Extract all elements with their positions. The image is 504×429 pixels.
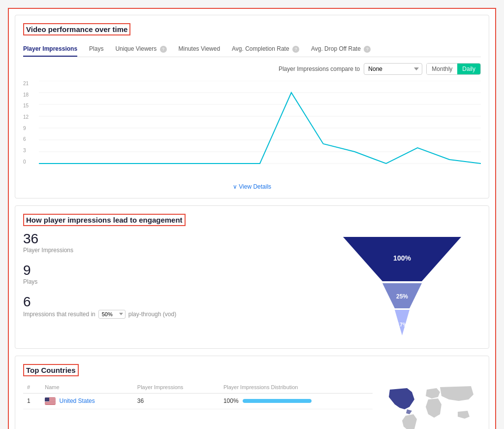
tabs-row: Player Impressions Plays Unique Viewers … xyxy=(23,41,481,57)
stat-impressions-number: 36 xyxy=(23,232,314,246)
countries-table-wrap: # Name Player Impressions Player Impress… xyxy=(23,382,373,429)
col-distribution: Player Impressions Distribution xyxy=(220,382,373,394)
table-header-row: # Name Player Impressions Player Impress… xyxy=(23,382,373,394)
countries-layout: # Name Player Impressions Player Impress… xyxy=(23,382,481,429)
time-toggle: Monthly Daily xyxy=(426,63,481,75)
compare-label: Player Impressions compare to xyxy=(279,66,360,72)
us-flag-icon xyxy=(45,397,56,405)
country-name-cell: United States xyxy=(41,393,133,409)
tab-avg-completion[interactable]: Avg. Completion Rate ? xyxy=(232,41,299,57)
world-map-svg xyxy=(385,382,478,429)
stat-player-impressions: 36 Player Impressions xyxy=(23,232,314,254)
distribution-pct: 100% xyxy=(223,397,239,404)
stat-impressions-resulted: 6 Impressions that resulted in 50% 25% 7… xyxy=(23,295,314,319)
playthrough-select[interactable]: 50% 25% 75% 100% xyxy=(98,310,126,319)
engagement-card: How player impressions lead to engagemen… xyxy=(15,205,489,349)
tab-avg-dropoff[interactable]: Avg. Drop Off Rate ? xyxy=(311,41,371,57)
svg-text:17%: 17% xyxy=(397,322,408,328)
compare-select[interactable]: None Previous Period xyxy=(364,63,422,75)
distribution-bar-fill xyxy=(243,399,312,403)
line-chart-svg: 04/11/2022 04/13/2022 04/15/2022 04/17/2… xyxy=(39,81,481,165)
tab-minutes-viewed[interactable]: Minutes Viewed xyxy=(179,41,220,56)
stat-plays-number: 9 xyxy=(23,264,314,277)
view-details-link[interactable]: View Details xyxy=(23,183,481,190)
video-performance-card: Video performance over time Player Impre… xyxy=(15,15,489,198)
stat-resulted-number: 6 xyxy=(23,295,314,309)
engagement-stats: 36 Player Impressions 9 Plays 6 Impressi… xyxy=(23,232,314,340)
country-impressions: 36 xyxy=(133,393,220,409)
funnel-container: 100% 25% 17% xyxy=(323,232,481,340)
col-rank: # xyxy=(23,382,41,394)
line-chart-area: 0 3 6 9 12 15 18 21 xyxy=(23,81,481,179)
top-countries-card: Top Countries # Name Player Impressions … xyxy=(15,356,489,429)
svg-text:100%: 100% xyxy=(393,254,411,262)
top-countries-title: Top Countries xyxy=(23,364,79,376)
world-map xyxy=(382,382,481,429)
impressions-row: Impressions that resulted in 50% 25% 75%… xyxy=(23,310,314,319)
country-rank: 1 xyxy=(23,393,41,409)
stat-plays-label: Plays xyxy=(23,278,314,285)
tab-plays[interactable]: Plays xyxy=(89,41,103,56)
monthly-button[interactable]: Monthly xyxy=(427,64,457,74)
tab-unique-viewers[interactable]: Unique Viewers ? xyxy=(115,41,166,57)
col-name: Name xyxy=(41,382,133,394)
countries-table: # Name Player Impressions Player Impress… xyxy=(23,382,373,409)
unique-viewers-info-icon: ? xyxy=(160,46,167,53)
page-container: Video performance over time Player Impre… xyxy=(8,8,496,429)
country-name[interactable]: United States xyxy=(60,397,95,404)
svg-rect-36 xyxy=(45,397,49,401)
avg-dropoff-info-icon: ? xyxy=(364,46,371,53)
table-row: 1 xyxy=(23,393,373,409)
distribution-bar xyxy=(243,399,312,403)
stat-impressions-label: Player Impressions xyxy=(23,247,314,254)
stat-plays: 9 Plays xyxy=(23,264,314,285)
country-distribution: 100% xyxy=(220,393,373,409)
avg-completion-info-icon: ? xyxy=(292,46,299,53)
tab-player-impressions[interactable]: Player Impressions xyxy=(23,41,77,56)
svg-rect-33 xyxy=(45,401,56,402)
y-axis-labels: 0 3 6 9 12 15 18 21 xyxy=(23,81,29,165)
funnel-svg: 100% 25% 17% xyxy=(333,232,471,340)
svg-rect-34 xyxy=(45,403,56,403)
daily-button[interactable]: Daily xyxy=(457,64,480,74)
col-impressions: Player Impressions xyxy=(133,382,220,394)
svg-text:25%: 25% xyxy=(396,293,408,300)
svg-rect-35 xyxy=(45,404,56,404)
engagement-title: How player impressions lead to engagemen… xyxy=(23,214,186,226)
chart-controls: Player Impressions compare to None Previ… xyxy=(23,63,481,75)
engagement-layout: 36 Player Impressions 9 Plays 6 Impressi… xyxy=(23,232,481,340)
video-performance-title: Video performance over time xyxy=(23,23,130,35)
